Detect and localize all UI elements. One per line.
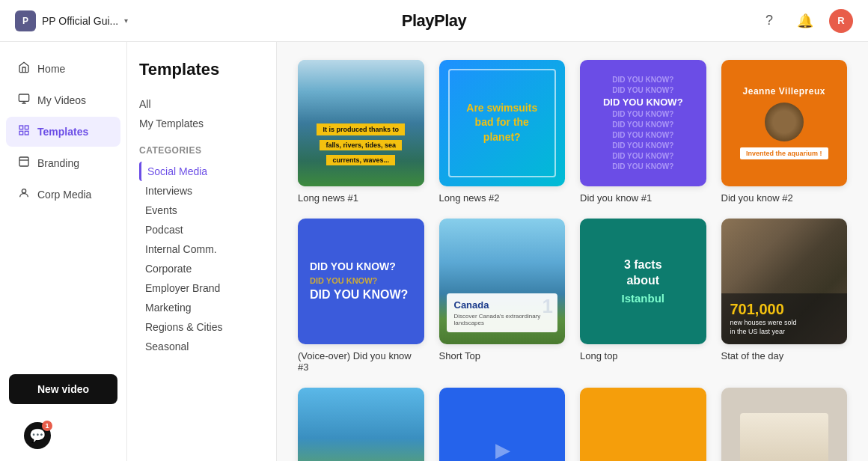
template-thumb-dyk-1: DID YOU KNOW? DID YOU KNOW? DID YOU KNOW…	[580, 60, 706, 186]
template-card-short-top[interactable]: Canada Discover Canada's extraordinary l…	[439, 219, 566, 373]
filter-cat-employer-brand[interactable]: Employer Brand	[139, 278, 264, 298]
sidebar-item-corp-media-label: Corp Media	[37, 189, 91, 201]
template-card-long-news-1[interactable]: It is produced thanks to falls, rivers, …	[298, 60, 424, 204]
template-thumb-bottom-3	[580, 388, 706, 461]
template-card-voice-dyk[interactable]: DID YOU KNOW? DID YOU KNOW? DID YOU KNOW…	[298, 219, 424, 373]
templates-icon	[18, 124, 30, 139]
sidebar-item-corp-media[interactable]: Corp Media	[6, 180, 120, 210]
template-label-short-top: Short Top	[439, 350, 566, 361]
filter-cat-events[interactable]: Events	[139, 201, 264, 220]
sidebar-item-branding-label: Branding	[37, 157, 79, 169]
topnav: P PP Official Gui... ▾ PlayPlay ? 🔔 R	[0, 0, 868, 42]
logo-area: PlayPlay	[402, 11, 467, 31]
sidebar-item-templates[interactable]: Templates	[6, 117, 120, 147]
sidebar-item-my-videos[interactable]: My Videos	[6, 85, 120, 115]
template-card-bottom-3[interactable]	[580, 388, 706, 461]
main-layout: Home My Videos Templates Branding Corp M…	[0, 42, 868, 461]
filter-cat-regions-cities[interactable]: Regions & Cities	[139, 317, 264, 337]
filter-cat-internal-comm[interactable]: Internal Comm.	[139, 239, 264, 259]
filter-panel: Templates All My Templates Categories So…	[127, 42, 277, 461]
template-thumb-voice-dyk: DID YOU KNOW? DID YOU KNOW? DID YOU KNOW…	[298, 219, 424, 345]
filter-title: Templates	[139, 60, 264, 79]
new-video-button[interactable]: New video	[9, 374, 117, 404]
svg-rect-5	[19, 157, 28, 166]
svg-rect-1	[19, 126, 23, 129]
template-card-bottom-1[interactable]	[298, 388, 424, 461]
workspace-avatar: P	[15, 10, 36, 31]
template-thumb-bottom-1	[298, 388, 424, 461]
branding-icon	[18, 156, 30, 171]
template-card-long-news-2[interactable]: Are swimsuitsbad for theplanet? Long new…	[439, 60, 566, 204]
template-label-dyk-1: Did you know #1	[580, 192, 706, 204]
chevron-down-icon: ▾	[124, 16, 128, 25]
template-thumb-short-top: Canada Discover Canada's extraordinary l…	[439, 219, 566, 345]
svg-rect-4	[25, 131, 28, 135]
filter-cat-social-media[interactable]: Social Media	[139, 162, 264, 181]
filter-cat-seasonal[interactable]: Seasonal	[139, 337, 264, 356]
templates-grid: It is produced thanks to falls, rivers, …	[298, 60, 847, 461]
user-avatar[interactable]: R	[829, 9, 853, 33]
sidebar-item-templates-label: Templates	[37, 126, 88, 138]
template-thumb-bottom-4	[721, 388, 848, 461]
sidebar-item-home-label: Home	[37, 63, 65, 75]
svg-rect-3	[19, 131, 23, 135]
template-label-long-top: Long top	[580, 350, 706, 361]
sidebar-item-branding[interactable]: Branding	[6, 148, 120, 178]
sidebar-item-my-videos-label: My Videos	[37, 94, 86, 106]
template-card-bottom-2[interactable]: ▶	[439, 388, 566, 461]
topnav-actions: ? 🔔 R	[757, 9, 853, 33]
template-label-long-news-2: Long news #2	[439, 192, 566, 204]
filter-cat-marketing[interactable]: Marketing	[139, 298, 264, 317]
template-label-long-news-1: Long news #1	[298, 192, 424, 204]
filter-section-title: Categories	[139, 145, 264, 156]
sidebar-item-home[interactable]: Home	[6, 54, 120, 84]
template-card-bottom-4[interactable]	[721, 388, 848, 461]
template-label-stat: Stat of the day	[721, 350, 848, 361]
grid-panel: It is produced thanks to falls, rivers, …	[277, 42, 868, 461]
template-card-long-top[interactable]: 3 factsabout Istanbul Long top	[580, 219, 706, 373]
filter-cat-podcast[interactable]: Podcast	[139, 220, 264, 239]
svg-rect-2	[25, 126, 28, 129]
filter-cat-interviews[interactable]: Interviews	[139, 181, 264, 201]
help-button[interactable]: ?	[757, 9, 781, 33]
chat-button[interactable]: 💬 1	[24, 422, 51, 449]
template-label-dyk-2: Did you know #2	[721, 192, 848, 204]
filter-cat-corporate[interactable]: Corporate	[139, 259, 264, 278]
sidebar: Home My Videos Templates Branding Corp M…	[0, 42, 127, 461]
svg-rect-0	[19, 94, 28, 101]
template-label-voice-dyk: (Voice-over) Did you know #3	[298, 350, 424, 373]
svg-point-6	[22, 189, 25, 193]
filter-link-all[interactable]: All	[139, 94, 264, 114]
content-area: Templates All My Templates Categories So…	[127, 42, 868, 461]
template-thumb-dyk-2: Jeanne Villepreux Invented the aquarium …	[721, 60, 848, 186]
corp-media-icon	[18, 187, 30, 202]
workspace-name: PP Official Gui...	[42, 15, 118, 27]
template-thumb-bottom-2: ▶	[439, 388, 566, 461]
video-icon	[18, 93, 30, 108]
home-icon	[18, 61, 30, 76]
filter-link-my-templates[interactable]: My Templates	[139, 114, 264, 133]
template-thumb-long-news-1: It is produced thanks to falls, rivers, …	[298, 60, 424, 186]
workspace-selector[interactable]: P PP Official Gui... ▾	[15, 10, 128, 31]
app-logo: PlayPlay	[402, 11, 467, 31]
template-thumb-stat: 701,000 new houses were soldin the US la…	[721, 219, 848, 345]
template-thumb-long-top: 3 factsabout Istanbul	[580, 219, 706, 345]
template-card-dyk-2[interactable]: Jeanne Villepreux Invented the aquarium …	[721, 60, 848, 204]
template-card-stat[interactable]: 701,000 new houses were soldin the US la…	[721, 219, 848, 373]
template-thumb-long-news-2: Are swimsuitsbad for theplanet?	[439, 60, 566, 186]
chat-badge: 1	[42, 421, 52, 431]
template-card-dyk-1[interactable]: DID YOU KNOW? DID YOU KNOW? DID YOU KNOW…	[580, 60, 706, 204]
notifications-button[interactable]: 🔔	[793, 9, 817, 33]
